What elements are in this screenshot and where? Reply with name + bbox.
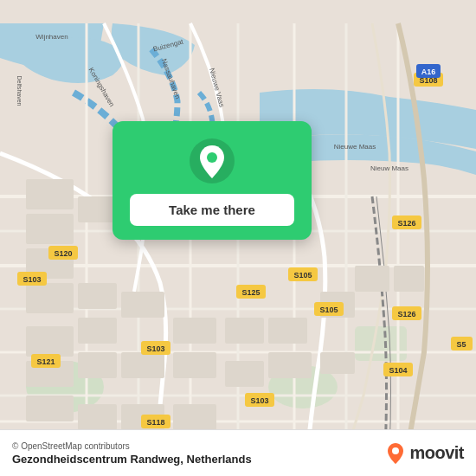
svg-rect-41 [268, 352, 312, 378]
svg-rect-36 [225, 361, 264, 387]
svg-rect-30 [268, 318, 307, 344]
svg-rect-43 [355, 266, 389, 292]
svg-rect-31 [26, 326, 74, 357]
svg-rect-44 [394, 266, 424, 292]
svg-text:S105: S105 [319, 306, 338, 314]
copyright-text: © OpenStreetMap contributors [12, 441, 252, 451]
svg-point-86 [207, 152, 217, 163]
svg-rect-42 [320, 352, 355, 374]
svg-text:S118: S118 [146, 418, 164, 427]
svg-rect-24 [26, 283, 74, 313]
svg-rect-33 [78, 352, 117, 378]
moovit-pin-icon [385, 441, 406, 466]
take-me-there-button[interactable]: Take me there [130, 194, 294, 226]
svg-rect-34 [121, 352, 164, 378]
svg-text:S125: S125 [241, 288, 260, 297]
svg-rect-19 [26, 214, 74, 244]
moovit-brand-text: moovit [409, 443, 464, 463]
svg-text:S103: S103 [146, 344, 164, 353]
svg-rect-38 [78, 404, 117, 430]
svg-rect-25 [78, 283, 117, 309]
svg-text:Nieuw Maas: Nieuw Maas [370, 164, 408, 172]
svg-text:S121: S121 [36, 357, 55, 366]
svg-text:S120: S120 [54, 249, 72, 258]
bottom-bar: © OpenStreetMap contributors Gezondheids… [0, 429, 476, 476]
svg-text:S103: S103 [23, 275, 41, 284]
svg-rect-27 [78, 318, 117, 344]
svg-rect-37 [26, 396, 74, 421]
svg-text:A16: A16 [421, 68, 436, 76]
svg-text:Nieuwe Maas: Nieuwe Maas [334, 143, 376, 151]
svg-rect-26 [121, 292, 164, 318]
location-name: Gezondheidscentrum Randweg, Netherlands [12, 453, 252, 466]
svg-rect-29 [225, 318, 264, 344]
svg-text:Delfshaven: Delfshaven [16, 75, 23, 106]
map-container: S103 S103 S103 S104 S105 S105 S108 S118 … [0, 0, 476, 476]
action-card: Take me there [113, 121, 312, 240]
svg-rect-40 [173, 404, 216, 430]
location-pin-icon [190, 138, 235, 183]
svg-text:S103: S103 [250, 396, 268, 405]
svg-rect-28 [173, 318, 216, 344]
svg-text:S5: S5 [456, 340, 466, 349]
svg-text:S126: S126 [397, 310, 415, 318]
svg-rect-35 [173, 352, 216, 378]
moovit-logo: moovit [385, 441, 464, 466]
svg-rect-21 [78, 196, 117, 222]
svg-text:Wijnhaven: Wijnhaven [35, 33, 68, 41]
svg-point-87 [392, 447, 399, 454]
svg-rect-18 [26, 179, 74, 209]
svg-text:S104: S104 [389, 366, 407, 375]
bottom-left: © OpenStreetMap contributors Gezondheids… [12, 441, 252, 466]
svg-text:S126: S126 [397, 219, 415, 228]
svg-text:S105: S105 [293, 271, 312, 280]
